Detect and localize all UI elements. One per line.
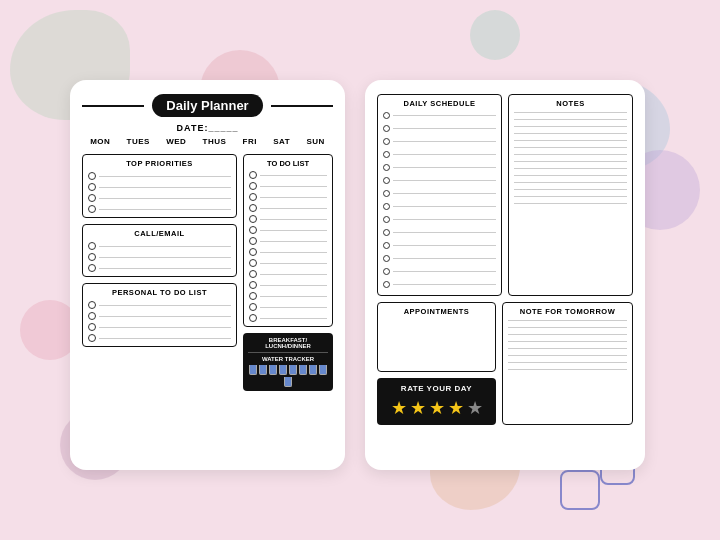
left-planner: Daily Planner DATE:_____ MON TUES WED TH…: [70, 80, 345, 470]
personal-line-3: [88, 323, 231, 331]
priority-cb-3[interactable]: [88, 194, 96, 202]
schedule-circle-6: [383, 177, 390, 184]
schedule-slot-1: [383, 112, 496, 119]
todo-cb-8[interactable]: [249, 248, 257, 256]
star-5[interactable]: ★: [467, 397, 483, 419]
star-3[interactable]: ★: [429, 397, 445, 419]
todo-cb-11[interactable]: [249, 281, 257, 289]
water-cup-3[interactable]: [269, 365, 277, 375]
schedule-circle-12: [383, 255, 390, 262]
todo-cb-1[interactable]: [249, 171, 257, 179]
schedule-circle-13: [383, 268, 390, 275]
notes-line-3: [514, 126, 627, 127]
water-cup-8[interactable]: [319, 365, 327, 375]
water-cup-1[interactable]: [249, 365, 257, 375]
todo-line-8: [249, 248, 327, 256]
ntmr-line-3: [508, 334, 627, 335]
notes-line-4: [514, 133, 627, 134]
todo-line-13: [249, 303, 327, 311]
top-priorities-label: TOP PRIORITIES: [88, 159, 231, 168]
personal-todo-label: PERSONAL TO DO LIST: [88, 288, 231, 297]
todo-cb-6[interactable]: [249, 226, 257, 234]
title-bar: Daily Planner: [82, 94, 333, 117]
schedule-slot-4: [383, 151, 496, 158]
priority-line-3: [88, 194, 231, 202]
top-priorities-box: TOP PRIORITIES: [82, 154, 237, 218]
todo-cb-7[interactable]: [249, 237, 257, 245]
note-tomorrow-lines: [508, 320, 627, 373]
todo-line-2: [249, 182, 327, 190]
notes-line-9: [514, 168, 627, 169]
notes-line-8: [514, 161, 627, 162]
schedule-circle-8: [383, 203, 390, 210]
water-cup-5[interactable]: [289, 365, 297, 375]
deco-square-2: [560, 470, 600, 510]
water-cup-6[interactable]: [299, 365, 307, 375]
todo-line-11: [249, 281, 327, 289]
day-wed: WED: [166, 137, 186, 146]
notes-line-1: [514, 112, 627, 113]
day-tues: TUES: [127, 137, 150, 146]
personal-cb-2[interactable]: [88, 312, 96, 320]
right-column: TO DO LIST: [243, 154, 333, 391]
water-cup-2[interactable]: [259, 365, 267, 375]
schedule-slot-11: [383, 242, 496, 249]
rate-day-label: RATE YOUR DAY: [401, 384, 472, 393]
personal-line-4: [88, 334, 231, 342]
todo-line-10: [249, 270, 327, 278]
schedule-lines: [383, 112, 496, 291]
priority-line-1: [88, 172, 231, 180]
priority-cb-2[interactable]: [88, 183, 96, 191]
personal-cb-1[interactable]: [88, 301, 96, 309]
todo-cb-13[interactable]: [249, 303, 257, 311]
call-cb-1[interactable]: [88, 242, 96, 250]
todo-line-14: [249, 314, 327, 322]
todo-cb-3[interactable]: [249, 193, 257, 201]
todo-cb-5[interactable]: [249, 215, 257, 223]
call-cb-2[interactable]: [88, 253, 96, 261]
appointments-label: APPOINTMENTS: [383, 307, 490, 316]
schedule-slot-5: [383, 164, 496, 171]
star-2[interactable]: ★: [410, 397, 426, 419]
day-fri: FRI: [243, 137, 257, 146]
schedule-slot-10: [383, 229, 496, 236]
right-bottom-row: APPOINTMENTS RATE YOUR DAY ★ ★ ★ ★ ★: [377, 302, 633, 425]
star-1[interactable]: ★: [391, 397, 407, 419]
priority-cb-4[interactable]: [88, 205, 96, 213]
star-4[interactable]: ★: [448, 397, 464, 419]
call-email-box: CALL/EMAIL: [82, 224, 237, 277]
todo-cb-10[interactable]: [249, 270, 257, 278]
todo-line-4: [249, 204, 327, 212]
todo-line-1: [249, 171, 327, 179]
water-cup-7[interactable]: [309, 365, 317, 375]
todo-line-12: [249, 292, 327, 300]
todo-cb-2[interactable]: [249, 182, 257, 190]
personal-cb-4[interactable]: [88, 334, 96, 342]
todo-cb-12[interactable]: [249, 292, 257, 300]
call-line-2: [88, 253, 231, 261]
ntmr-line-6: [508, 355, 627, 356]
priority-cb-1[interactable]: [88, 172, 96, 180]
priority-line-text-1: [99, 176, 231, 177]
schedule-slot-3: [383, 138, 496, 145]
schedule-circle-2: [383, 125, 390, 132]
priority-line-text-3: [99, 198, 231, 199]
personal-cb-3[interactable]: [88, 323, 96, 331]
day-sat: SAT: [273, 137, 290, 146]
schedule-slot-6: [383, 177, 496, 184]
notes-line-13: [514, 196, 627, 197]
left-column: TOP PRIORITIES CALL/EMAIL: [82, 154, 237, 391]
todo-cb-4[interactable]: [249, 204, 257, 212]
todo-cb-14[interactable]: [249, 314, 257, 322]
water-cup-4[interactable]: [279, 365, 287, 375]
call-cb-3[interactable]: [88, 264, 96, 272]
water-cup-9[interactable]: [284, 377, 292, 387]
bg-blob-11: [470, 10, 520, 60]
day-thus: THUS: [203, 137, 227, 146]
personal-line-1: [88, 301, 231, 309]
todo-cb-9[interactable]: [249, 259, 257, 267]
schedule-slot-9: [383, 216, 496, 223]
note-tomorrow-label: NOTE FOR TOMORROW: [508, 307, 627, 316]
notes-line-6: [514, 147, 627, 148]
call-email-label: CALL/EMAIL: [88, 229, 231, 238]
